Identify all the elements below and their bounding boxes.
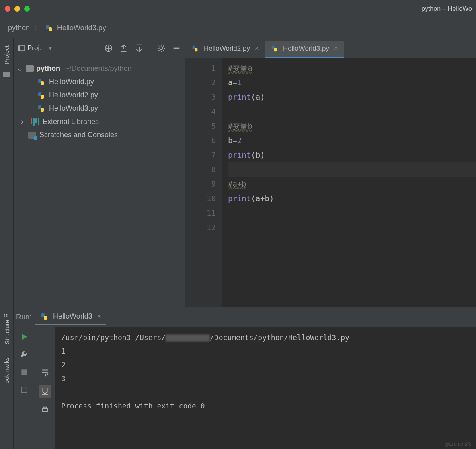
code-area[interactable]: #变量aa=1print(a) #变量bb=2print(b) #a+bprin… <box>222 58 476 307</box>
svg-rect-10 <box>41 81 44 85</box>
breadcrumb-file[interactable]: HelloWorld3.py <box>57 24 106 32</box>
scratches-icon <box>28 132 36 139</box>
titlebar: python – HelloWo <box>0 0 476 18</box>
window-zoom-button[interactable] <box>24 6 30 12</box>
soft-wrap-icon[interactable] <box>40 367 50 377</box>
print-icon[interactable] <box>40 405 50 415</box>
project-view-icon <box>18 45 25 52</box>
bookmarks-tool-tab[interactable]: ookmarks <box>2 355 11 386</box>
python-icon <box>40 313 48 321</box>
exit-icon[interactable] <box>19 385 29 395</box>
svg-rect-20 <box>44 316 47 320</box>
run-header: Run: HelloWorld3 × <box>14 307 476 327</box>
svg-rect-23 <box>43 408 48 411</box>
folder-icon <box>26 65 34 72</box>
window-title: python – HelloWo <box>421 5 472 12</box>
tree-file[interactable]: HelloWorld2.py <box>14 89 185 102</box>
up-arrow-icon[interactable]: ↑ <box>40 332 50 342</box>
python-file-icon <box>37 78 45 86</box>
rerun-button[interactable] <box>19 332 29 342</box>
lower-tool-stripe: Structure ⠿ ookmarks <box>0 307 14 449</box>
hide-icon[interactable] <box>172 44 181 53</box>
run-label: Run: <box>16 313 31 321</box>
project-tree: ⌄ python ~/Documents/python HelloWorld.p… <box>14 58 185 145</box>
tree-file[interactable]: HelloWorld3.py <box>14 102 185 115</box>
project-tool-tab[interactable]: Project <box>2 42 11 68</box>
python-file-icon <box>270 45 278 53</box>
tree-scratches[interactable]: Scratches and Consoles <box>14 128 185 142</box>
svg-rect-16 <box>195 48 197 51</box>
chevron-down-icon[interactable]: ⌄ <box>17 64 23 73</box>
svg-rect-1 <box>49 27 52 31</box>
project-sidebar: Proj… ▾ ⌄ python ~/Documents/python <box>14 38 185 307</box>
tree-external-libraries[interactable]: › External Libraries <box>14 115 185 128</box>
editor: HelloWorld2.py × HelloWorld3.py × 123456… <box>185 38 476 307</box>
structure-icon: ⠿ <box>3 313 10 317</box>
svg-rect-14 <box>41 108 44 112</box>
watermark: @51CTO博客 <box>445 441 472 447</box>
select-opened-file-icon[interactable] <box>104 44 113 53</box>
sidebar-toolbar: Proj… ▾ <box>14 38 185 58</box>
window-close-button[interactable] <box>5 6 10 12</box>
left-tool-stripe: Project <box>0 38 14 307</box>
run-controls-right: ↑ ↓ <box>35 327 55 449</box>
run-tool-window: Run: HelloWorld3 × ↑ ↓ /usr/bin/python <box>14 307 476 449</box>
close-icon[interactable]: × <box>97 312 102 321</box>
toolbar-separator <box>150 43 150 53</box>
svg-rect-3 <box>18 46 20 51</box>
run-panel: Structure ⠿ ookmarks Run: HelloWorld3 × … <box>0 307 476 449</box>
wrench-icon[interactable] <box>19 349 29 360</box>
run-controls-left <box>14 327 35 449</box>
breadcrumb-separator: 〉 <box>34 23 41 33</box>
folder-icon <box>3 72 10 77</box>
window-minimize-button[interactable] <box>14 6 20 12</box>
breadcrumb: python 〉 HelloWorld3.py <box>0 18 476 38</box>
run-config-tab[interactable]: HelloWorld3 × <box>35 309 106 325</box>
tree-project-root[interactable]: ⌄ python ~/Documents/python <box>14 62 185 75</box>
chevron-right-icon[interactable]: › <box>21 117 27 126</box>
gear-icon[interactable] <box>157 44 166 53</box>
down-arrow-icon[interactable]: ↓ <box>40 349 50 360</box>
editor-tab[interactable]: HelloWorld2.py × <box>185 41 265 58</box>
library-icon <box>31 118 39 126</box>
svg-rect-24 <box>43 407 46 409</box>
tree-file[interactable]: HelloWorld.py <box>14 75 185 89</box>
chevron-down-icon[interactable]: ▾ <box>49 44 52 52</box>
svg-rect-22 <box>21 387 27 392</box>
svg-rect-21 <box>21 369 27 375</box>
python-file-icon <box>45 24 53 32</box>
editor-tabs: HelloWorld2.py × HelloWorld3.py × <box>185 38 476 58</box>
editor-tab[interactable]: HelloWorld3.py × <box>265 41 344 58</box>
python-file-icon <box>191 45 199 53</box>
console-output[interactable]: /usr/bin/python3 /Users//Documents/pytho… <box>55 327 476 449</box>
close-icon[interactable]: × <box>334 45 338 53</box>
line-gutter: 123456789101112 <box>185 58 222 307</box>
svg-rect-18 <box>274 48 277 51</box>
svg-point-7 <box>160 47 162 49</box>
expand-all-icon[interactable] <box>119 44 128 53</box>
close-icon[interactable]: × <box>255 45 259 53</box>
python-file-icon <box>37 91 45 99</box>
code-editor[interactable]: 123456789101112 #变量aa=1print(a) #变量bb=2p… <box>185 58 476 307</box>
scroll-to-end-icon[interactable] <box>39 385 51 398</box>
structure-tool-tab[interactable]: Structure ⠿ <box>2 311 11 347</box>
breadcrumb-root[interactable]: python <box>8 24 30 32</box>
collapse-all-icon[interactable] <box>135 44 144 53</box>
sidebar-title[interactable]: Proj… <box>27 44 46 52</box>
svg-rect-12 <box>41 95 44 99</box>
stop-button[interactable] <box>19 367 29 377</box>
python-file-icon <box>37 105 45 113</box>
